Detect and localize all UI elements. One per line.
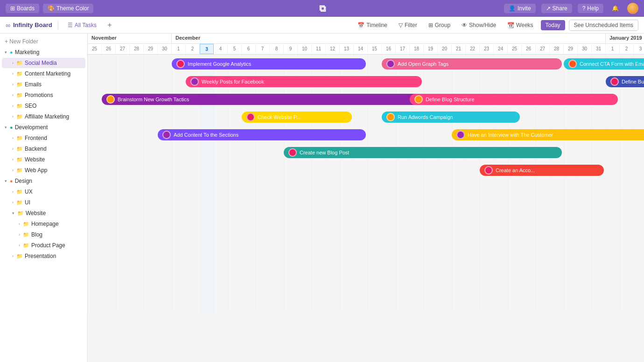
task-bar-t1[interactable]: Implement Google Analytics [172,58,366,70]
toolbar-right: 📅 Timeline ▽ Filter ⊞ Group 👁 Show/Hide … [354,20,638,31]
sidebar-item-website-dev[interactable]: › 📁 Website [2,154,85,165]
sidebar-item-seo[interactable]: › 📁 SEO [2,101,85,111]
filter-button[interactable]: ▽ Filter [395,21,421,30]
task-avatar-t9 [386,113,395,121]
task-label-t6: Brainstorm New Growth Tactics [118,97,189,102]
day-cell-9: 4 [214,44,228,54]
task-bar-t9[interactable]: Run Adwords Campaign [382,111,520,123]
day-cell-28: 23 [480,44,494,54]
task-bar-t2[interactable]: Add Open Graph Tags [382,58,562,70]
day-cell-25: 20 [438,44,452,54]
day-cell-19: 14 [354,44,368,54]
help-button[interactable]: ? Help [578,4,603,13]
add-task-button[interactable]: + [104,20,115,31]
task-bar-t7[interactable]: Define Blog Structure [410,94,618,105]
task-bar-t8[interactable]: Check Website P... [242,111,352,123]
theme-label: Theme Color [56,5,89,12]
month-label-january-2019: January 2019 [606,34,644,43]
day-cell-36: 31 [592,44,606,54]
sidebar-item-ux[interactable]: › 📁 UX [2,187,85,197]
sidebar-item-webapp[interactable]: › 📁 Web App [2,165,85,175]
new-folder-label: + New Folder [5,38,38,45]
sidebar-item-product-page[interactable]: › 📁 Product Page [2,240,85,251]
share-label: Share [553,5,567,12]
task-bar-t11[interactable]: Have an Interview with The Customer [452,129,644,140]
day-cell-24: 19 [424,44,438,54]
day-cell-17: 12 [326,44,340,54]
task-avatar-t1 [176,60,185,68]
toolbar-left: ∞ Infinity Board [6,21,52,29]
group-button[interactable]: ⊞ Group [425,21,454,30]
invite-button[interactable]: 👤 Invite [504,4,536,13]
social-media-label: Social Media [25,60,57,66]
task-avatar-t2 [386,60,395,68]
sidebar-item-backend[interactable]: › 📁 Backend [2,144,85,154]
task-label-t3: Connect CTA Form with Email [580,61,644,67]
timeline-label: Timeline [366,22,387,28]
day-cell-15: 10 [298,44,312,54]
ui-label: UI [25,199,30,206]
sidebar-item-website-des[interactable]: ▾ 📁 Website [2,208,85,218]
folder-icon-be: 📁 [16,146,23,152]
sidebar-item-design[interactable]: ▾ ● Design [2,176,85,186]
day-cell-0: 25 [88,44,102,54]
chevron-right-icon-wd: › [12,157,14,162]
sidebar-item-emails[interactable]: › 📁 Emails [2,79,85,90]
chevron-down-icon-wdes: ▾ [12,211,14,216]
sidebar-item-affiliate[interactable]: › 📁 Affiliate Marketing [2,111,85,122]
folder-icon-wd: 📁 [16,157,23,163]
unscheduled-button[interactable]: See Unscheduled Items [569,20,638,31]
new-folder-button[interactable]: + New Folder [0,36,87,47]
task-bar-t3[interactable]: Connect CTA Form with Email [564,58,644,70]
sidebar-item-development[interactable]: ▾ ● Development [2,122,85,132]
theme-color-button[interactable]: 🎨 Theme Color [43,4,93,13]
task-bar-t4[interactable]: Weekly Posts for Facebook [186,76,422,87]
weeks-button[interactable]: 📆 Weeks [504,21,537,30]
task-bar-t10[interactable]: Add Content To the Sections [158,129,366,140]
sidebar-item-social-media[interactable]: › 📁 Social Media [2,58,85,68]
gantt-body: Implement Google AnalyticsAdd Open Graph… [88,55,644,313]
blog-label: Blog [31,231,42,238]
show-hide-button[interactable]: 👁 Show/Hide [458,21,500,30]
user-avatar[interactable] [627,3,638,14]
boards-button[interactable]: ⊞ Boards [6,4,39,13]
folder-icon-pres: 📁 [16,253,23,259]
task-bar-t6[interactable]: Brainstorm New Growth Tactics [102,94,422,105]
day-cell-34: 29 [564,44,578,54]
sidebar-item-frontend[interactable]: › 📁 Frontend [2,133,85,143]
group-label: Group [435,22,450,28]
chevron-right-icon-cm: › [12,71,14,76]
today-button[interactable]: Today [541,20,565,30]
sidebar-item-marketing[interactable]: ▾ ● Marketing [2,47,85,57]
gantt-area: NovemberDecemberJanuary 2019 25262728293… [88,34,644,362]
task-label-t8: Check Website P... [258,114,301,120]
sidebar-item-homepage[interactable]: › 📁 Homepage [2,219,85,229]
timeline-button[interactable]: 📅 Timeline [354,21,391,30]
task-label-t5: Define Budget for Ads [622,79,644,84]
folder-icon-em: 📁 [16,82,23,88]
timeline-icon: 📅 [357,22,364,28]
all-tasks-button[interactable]: ☰ All Tasks [64,21,100,30]
task-avatar-t12 [288,148,297,157]
chevron-right-icon-pr: › [12,93,14,97]
ux-label: UX [25,188,33,195]
sidebar-item-blog[interactable]: › 📁 Blog [2,230,85,240]
sidebar-item-content-marketing[interactable]: › 📁 Content Marketing [2,69,85,79]
sidebar-item-promotions[interactable]: › 📁 Promotions [2,90,85,100]
chevron-right-icon-ui: › [12,200,14,205]
user-plus-icon: 👤 [509,5,516,12]
chevron-right-icon-hp: › [19,222,20,226]
task-label-t1: Implement Google Analytics [188,61,251,67]
notification-button[interactable]: 🔔 [609,4,622,13]
dot-marketing: ● [10,49,13,55]
task-bar-t5[interactable]: Define Budget for Ads [606,76,644,87]
design-label: Design [15,178,32,184]
day-cell-31: 26 [522,44,536,54]
sidebar-item-presentation[interactable]: › 📁 Presentation [2,251,85,261]
task-bar-t13[interactable]: Create an Acco... [480,165,604,176]
task-bar-t12[interactable]: Create new Blog Post [284,147,562,158]
sidebar-item-ui[interactable]: › 📁 UI [2,197,85,208]
share-button[interactable]: ↗ Share [541,4,572,13]
boards-label: Boards [17,5,35,12]
filter-label: Filter [405,22,417,28]
